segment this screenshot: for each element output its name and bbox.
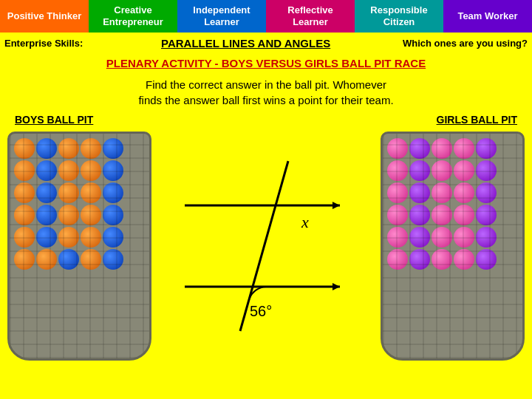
ball — [387, 183, 408, 203]
ball — [454, 227, 474, 248]
ball — [14, 160, 35, 181]
ball — [387, 138, 408, 159]
ball — [103, 183, 123, 203]
geometry-diagram: x 56° — [151, 132, 381, 361]
svg-text:56°: 56° — [250, 303, 272, 319]
ball — [58, 249, 79, 270]
girls-pit-label: GIRLS BALL PIT — [437, 114, 517, 126]
ball — [81, 249, 101, 270]
ball — [476, 160, 497, 181]
header-tabs: Positive Thinker Creative Entrepreneur I… — [0, 0, 532, 33]
ball — [432, 160, 452, 181]
ball — [103, 138, 123, 159]
boys-balls — [10, 134, 149, 358]
plenary-bar: PLENARY ACTIVITY - BOYS VERSUS GIRLS BAL… — [0, 53, 532, 72]
ball — [14, 249, 35, 270]
ball — [454, 183, 474, 203]
ball — [14, 138, 35, 159]
ball — [454, 249, 474, 270]
ball — [454, 138, 474, 159]
svg-text:x: x — [301, 213, 309, 231]
ball — [409, 249, 430, 270]
ball — [36, 138, 57, 159]
ball — [81, 205, 101, 225]
ball — [81, 160, 101, 181]
enterprise-label: Enterprise Skills: — [4, 38, 83, 49]
tab-independent-learner[interactable]: Independent Learner — [177, 0, 266, 33]
ball — [387, 249, 408, 270]
ball — [14, 183, 35, 203]
ball — [476, 205, 497, 225]
ball — [103, 227, 123, 248]
svg-marker-1 — [332, 202, 340, 209]
topic-bar: Enterprise Skills: PARALLEL LINES AND AN… — [0, 33, 532, 53]
ball — [409, 138, 430, 159]
tab-responsible-citizen[interactable]: Responsible Citizen — [355, 0, 443, 33]
ball — [103, 205, 123, 225]
ball — [409, 183, 430, 203]
tab-team-worker[interactable]: Team Worker — [443, 0, 532, 33]
ball — [476, 138, 497, 159]
ball — [454, 205, 474, 225]
ball — [387, 227, 408, 248]
main-content: x 56° — [0, 129, 532, 380]
ball — [58, 138, 79, 159]
instruction-text: Find the correct answer in the ball pit.… — [0, 72, 532, 111]
ball — [432, 138, 452, 159]
ball — [432, 205, 452, 225]
boys-pit-label: BOYS BALL PIT — [15, 114, 93, 126]
girls-balls — [383, 134, 522, 358]
ball — [409, 160, 430, 181]
ball — [476, 183, 497, 203]
ball — [14, 205, 35, 225]
ball — [36, 183, 57, 203]
ball — [36, 249, 57, 270]
ball — [58, 160, 79, 181]
topic-title: PARALLEL LINES AND ANGLES — [89, 37, 403, 50]
ball — [36, 205, 57, 225]
ball — [432, 227, 452, 248]
ball — [58, 205, 79, 225]
ball — [476, 227, 497, 248]
ball — [387, 205, 408, 225]
ball — [476, 249, 497, 270]
ball — [409, 205, 430, 225]
ball — [36, 227, 57, 248]
ball — [432, 183, 452, 203]
tab-reflective-learner[interactable]: Reflective Learner — [266, 0, 355, 33]
which-ones-label: Which ones are you using? — [403, 38, 528, 49]
ball — [14, 227, 35, 248]
pit-labels: BOYS BALL PIT GIRLS BALL PIT — [0, 111, 532, 129]
plenary-title: PLENARY ACTIVITY - BOYS VERSUS GIRLS BAL… — [4, 57, 528, 69]
girls-ball-pit — [381, 132, 525, 361]
ball — [81, 227, 101, 248]
ball — [81, 183, 101, 203]
ball — [454, 160, 474, 181]
ball — [432, 249, 452, 270]
tab-creative-entrepreneur[interactable]: Creative Entrepreneur — [89, 0, 177, 33]
ball — [103, 249, 123, 270]
ball — [58, 183, 79, 203]
ball — [58, 227, 79, 248]
boys-ball-pit — [7, 132, 151, 361]
svg-marker-3 — [332, 283, 340, 290]
ball — [81, 138, 101, 159]
ball — [409, 227, 430, 248]
ball — [36, 160, 57, 181]
ball — [387, 160, 408, 181]
tab-positive-thinker[interactable]: Positive Thinker — [0, 0, 89, 33]
ball — [103, 160, 123, 181]
angle-diagram-svg: x 56° — [170, 139, 362, 353]
